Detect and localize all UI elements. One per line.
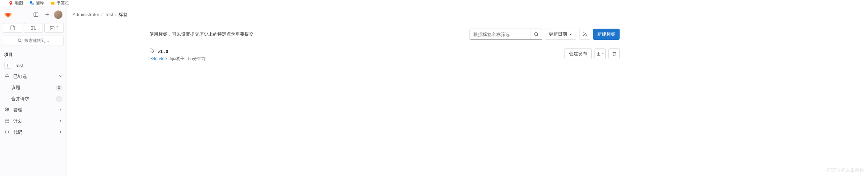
breadcrumb-separator: / (115, 12, 117, 17)
tag-time: 55分钟前 (188, 56, 205, 61)
tag-meta: f34d54de · lijia构子 · 55分钟前 (149, 56, 564, 62)
count-badge: 0 (55, 85, 62, 91)
main-content: Administrator / Test / 标签 使用标签，可以设置提交历史上… (67, 6, 868, 176)
calendar-icon (4, 118, 10, 125)
breadcrumb-link[interactable]: Test (105, 12, 113, 17)
sidebar-item-code[interactable]: 代码 (0, 127, 67, 138)
create-release-button[interactable]: 创建发布 (564, 48, 592, 59)
sidebar-project[interactable]: T Test (0, 60, 67, 71)
sidebar-item-label: 管理 (13, 107, 55, 113)
svg-rect-12 (50, 26, 54, 30)
code-icon (4, 129, 10, 136)
sidebar-section-label: 项目 (0, 50, 67, 60)
chevron-right-icon (58, 119, 62, 124)
todos-shortcut-button[interactable]: 2 (44, 23, 64, 33)
svg-point-16 (7, 108, 9, 110)
sidebar-item-label: 合并请求 (11, 96, 52, 102)
breadcrumb-separator: / (102, 12, 103, 17)
sidebar-item-label: 计划 (13, 118, 55, 124)
todo-count: 2 (56, 25, 59, 30)
breadcrumb-current: 标签 (119, 12, 128, 18)
tags-description: 使用标签，可以设置提交历史上的特定点为重要提交 (149, 31, 467, 37)
sidebar-item-merge-requests[interactable]: 合并请求 1 (0, 93, 67, 104)
breadcrumb: Administrator / Test / 标签 (67, 6, 868, 23)
map-pin-icon (8, 1, 13, 6)
filter-input[interactable] (470, 29, 531, 40)
svg-point-23 (583, 35, 584, 36)
pinned-label: 已钉选 (13, 73, 55, 80)
user-avatar[interactable] (54, 10, 62, 19)
filter-search-button[interactable] (531, 29, 542, 40)
browser-bookmarks-bar: 地图 翻译 书签栏 (0, 0, 868, 6)
bookmark-label: 翻译 (36, 0, 44, 6)
sidebar-item-label: 议题 (11, 85, 52, 91)
svg-rect-2 (31, 2, 33, 5)
svg-rect-17 (5, 119, 9, 123)
tag-name[interactable]: v1.0 (157, 49, 168, 54)
chevron-right-icon (58, 108, 62, 113)
search-icon (17, 38, 22, 43)
sort-dropdown[interactable]: 更新日期 (545, 29, 576, 40)
bookmark-translate[interactable]: 翻译 (29, 0, 44, 6)
svg-point-10 (31, 29, 33, 30)
users-icon (4, 107, 10, 113)
download-button[interactable] (594, 48, 606, 59)
chevron-down-icon (602, 52, 605, 55)
sidebar-action-row: 2 (0, 23, 67, 36)
bookmark-label: 书签栏 (57, 0, 69, 6)
svg-line-14 (21, 42, 22, 43)
commit-link[interactable]: f34d54de (149, 56, 167, 61)
merge-requests-shortcut-button[interactable] (24, 23, 43, 33)
svg-point-15 (6, 108, 7, 109)
issue-icon (10, 25, 15, 31)
merge-icon (31, 25, 36, 31)
todo-icon (50, 25, 55, 31)
svg-rect-3 (34, 13, 38, 17)
sidebar-search[interactable]: 搜索或转到... (3, 36, 64, 45)
chevron-down-icon (569, 32, 573, 36)
svg-point-9 (31, 26, 33, 27)
chevron-down-icon (58, 74, 62, 79)
rss-feed-button[interactable] (579, 29, 590, 40)
bookmark-folder[interactable]: 书签栏 (50, 0, 69, 6)
tag-icon (149, 48, 155, 54)
search-placeholder-text: 搜索或转到... (24, 38, 49, 44)
trash-icon (612, 51, 617, 57)
tag-row: v1.0 f34d54de · lijia构子 · 55分钟前 创建发布 (149, 45, 620, 65)
svg-point-24 (151, 50, 151, 50)
sidebar-item-label: 代码 (13, 129, 55, 135)
breadcrumb-link[interactable]: Administrator (73, 12, 99, 17)
project-icon: T (4, 62, 11, 69)
sidebar-header (0, 6, 67, 23)
chevron-right-icon (58, 130, 62, 135)
svg-point-13 (18, 39, 21, 42)
svg-point-0 (10, 2, 12, 3)
bookmark-maps[interactable]: 地图 (8, 0, 23, 6)
rss-icon (582, 32, 588, 37)
svg-point-11 (34, 29, 36, 30)
delete-tag-button[interactable] (608, 48, 620, 59)
sidebar-item-issues[interactable]: 议题 0 (0, 82, 67, 93)
project-name: Test (15, 63, 62, 68)
sidebar-pinned[interactable]: 已钉选 (0, 71, 67, 82)
sidebar-item-plan[interactable]: 计划 (0, 116, 67, 127)
plus-icon (44, 12, 50, 17)
gitlab-logo-icon[interactable] (4, 11, 12, 19)
pin-icon (4, 73, 10, 80)
issues-shortcut-button[interactable] (3, 23, 22, 33)
collapse-sidebar-button[interactable] (32, 10, 40, 19)
search-icon (534, 32, 539, 37)
sidebar-item-manage[interactable]: 管理 (0, 104, 67, 116)
sort-label: 更新日期 (549, 31, 567, 37)
tag-actions: 创建发布 (564, 48, 620, 59)
folder-icon (50, 1, 55, 6)
tags-toolbar: 使用标签，可以设置提交历史上的特定点为重要提交 更新日期 新建标签 (149, 29, 620, 40)
translate-icon (29, 1, 34, 6)
bookmark-label: 地图 (15, 0, 23, 6)
panel-icon (33, 12, 39, 17)
tag-author: lijia构子 (170, 56, 185, 61)
create-new-button[interactable] (43, 10, 51, 19)
svg-line-22 (537, 35, 538, 36)
new-tag-button[interactable]: 新建标签 (593, 29, 620, 40)
svg-point-21 (534, 32, 537, 35)
